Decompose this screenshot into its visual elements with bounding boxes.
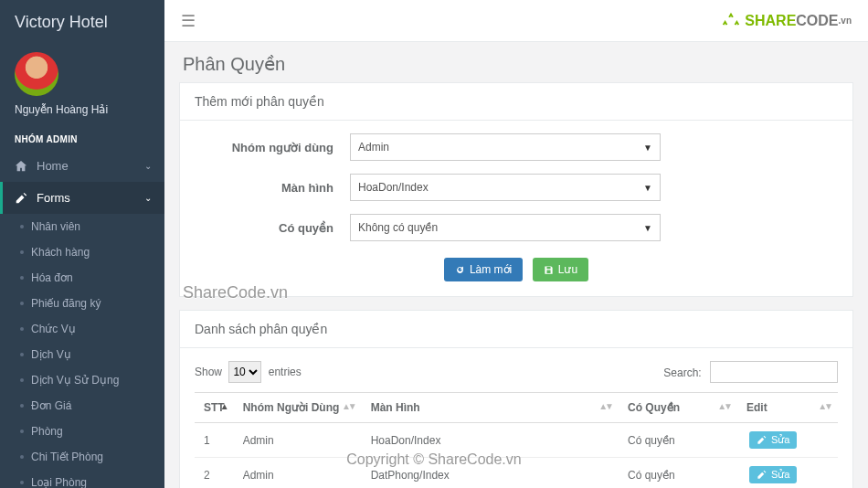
sidebar-item-dongia[interactable]: Đơn Giá bbox=[0, 393, 164, 419]
label-group: Nhóm người dùng bbox=[195, 141, 350, 154]
sidebar-item-khachhang[interactable]: Khách hàng bbox=[0, 239, 164, 265]
topbar: ☰ SHARECODE.vn bbox=[164, 0, 868, 42]
page-length-select[interactable]: 10 bbox=[228, 361, 261, 383]
pencil-icon bbox=[757, 470, 767, 480]
col-stt[interactable]: STT▲ bbox=[195, 393, 234, 423]
chevron-down-icon: ▼ bbox=[643, 143, 652, 153]
chevron-down-icon: ▼ bbox=[643, 183, 652, 193]
edit-button[interactable]: Sửa bbox=[749, 431, 797, 449]
edit-button[interactable]: Sửa bbox=[749, 466, 797, 483]
sharecode-logo: SHARECODE.vn bbox=[721, 11, 852, 31]
sidebar-item-chitietphong[interactable]: Chi Tiết Phòng bbox=[0, 444, 164, 470]
label-screen: Màn hình bbox=[195, 181, 350, 195]
col-group[interactable]: Nhóm Người Dùng▲▼ bbox=[234, 393, 362, 423]
save-icon bbox=[544, 265, 554, 275]
avatar[interactable] bbox=[15, 52, 58, 96]
sort-icon: ▲▼ bbox=[717, 401, 730, 411]
select-perm[interactable]: Không có quyền▼ bbox=[350, 214, 661, 241]
col-perm[interactable]: Có Quyền▲▼ bbox=[619, 393, 737, 423]
main-content: Phân Quyền Thêm mới phân quyền Nhóm ngườ… bbox=[164, 42, 868, 488]
search-input[interactable] bbox=[710, 361, 838, 383]
refresh-icon bbox=[455, 265, 465, 275]
sidebar: Victory Hotel Nguyễn Hoàng Hải NHÓM ADMI… bbox=[0, 0, 164, 488]
sidebar-item-chucvu[interactable]: Chức Vụ bbox=[0, 316, 164, 342]
list-panel: Danh sách phân quyền Show 10 entries Sea… bbox=[179, 310, 853, 488]
menu-toggle-icon[interactable]: ☰ bbox=[181, 11, 196, 31]
sidebar-section-label: NHÓM ADMIN bbox=[0, 129, 164, 150]
forms-submenu: Nhân viên Khách hàng Hóa đơn Phiếu đăng … bbox=[0, 214, 164, 488]
chevron-down-icon: ⌄ bbox=[144, 161, 152, 171]
sidebar-item-hoadon[interactable]: Hóa đơn bbox=[0, 265, 164, 291]
chevron-down-icon: ⌄ bbox=[144, 193, 152, 203]
sort-icon: ▲▼ bbox=[818, 401, 831, 411]
permissions-table: STT▲ Nhóm Người Dùng▲▼ Màn Hình▲▼ Có Quy… bbox=[195, 392, 838, 488]
col-edit[interactable]: Edit▲▼ bbox=[737, 393, 838, 423]
list-heading: Danh sách phân quyền bbox=[180, 311, 852, 348]
page-length: Show 10 entries bbox=[195, 361, 302, 383]
sidebar-item-dichvusudung[interactable]: Dịch Vụ Sử Dụng bbox=[0, 367, 164, 393]
page-title: Phân Quyền bbox=[164, 42, 868, 82]
table-row: 1AdminHoaDon/IndexCó quyềnSửa bbox=[195, 423, 838, 458]
pencil-icon bbox=[757, 435, 767, 445]
sidebar-item-forms[interactable]: Forms⌄ bbox=[0, 182, 164, 214]
label-perm: Có quyền bbox=[195, 221, 350, 235]
username: Nguyễn Hoàng Hải bbox=[0, 100, 164, 129]
reset-button[interactable]: Làm mới bbox=[444, 258, 523, 281]
sidebar-item-phong[interactable]: Phòng bbox=[0, 419, 164, 444]
brand-title: Victory Hotel bbox=[0, 0, 164, 45]
sidebar-item-dichvu[interactable]: Dịch Vụ bbox=[0, 342, 164, 367]
form-heading: Thêm mới phân quyền bbox=[180, 83, 852, 121]
sidebar-item-loaiphong[interactable]: Loại Phòng bbox=[0, 470, 164, 488]
home-icon bbox=[15, 160, 27, 173]
select-screen[interactable]: HoaDon/Index▼ bbox=[350, 174, 661, 201]
recycle-icon bbox=[721, 11, 741, 31]
sidebar-item-nhanvien[interactable]: Nhân viên bbox=[0, 214, 164, 239]
sort-icon: ▲ bbox=[220, 401, 227, 411]
table-row: 2AdminDatPhong/IndexCó quyềnSửa bbox=[195, 458, 838, 489]
form-panel: Thêm mới phân quyền Nhóm người dùng Admi… bbox=[179, 82, 853, 297]
chevron-down-icon: ▼ bbox=[643, 223, 652, 233]
sidebar-item-phieudangky[interactable]: Phiếu đăng ký bbox=[0, 291, 164, 316]
sidebar-item-home[interactable]: Home⌄ bbox=[0, 150, 164, 182]
table-search: Search: bbox=[663, 361, 838, 383]
sort-icon: ▲▼ bbox=[342, 401, 355, 411]
sort-icon: ▲▼ bbox=[598, 401, 611, 411]
col-screen[interactable]: Màn Hình▲▼ bbox=[362, 393, 619, 423]
edit-icon bbox=[15, 192, 27, 205]
select-group[interactable]: Admin▼ bbox=[350, 133, 661, 161]
save-button[interactable]: Lưu bbox=[533, 258, 588, 281]
